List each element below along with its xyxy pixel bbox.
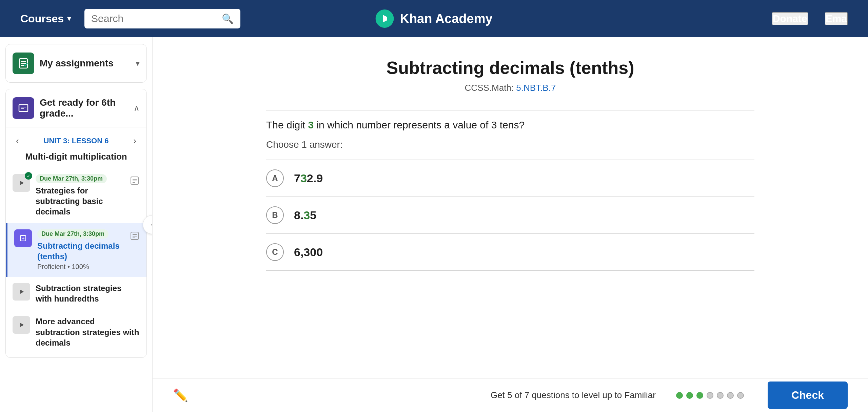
dot-7 — [737, 392, 744, 399]
pencil-icon: ✏️ — [173, 388, 188, 403]
lesson-content: Due Mar 27th, 3:30pm Strategies for subt… — [36, 174, 124, 217]
nav-right: Donate Ema — [772, 12, 848, 25]
course-header[interactable]: Get ready for 6th grade... ∧ — [6, 89, 146, 127]
my-assignments-title: My assignments — [40, 58, 130, 69]
choice-circle-c: C — [266, 243, 284, 261]
question-standard: CCSS.Math: 5.NBT.B.7 — [266, 83, 754, 93]
dot-4 — [707, 392, 713, 399]
course-title: Get ready for 6th grade... — [40, 97, 128, 119]
my-assignments-card[interactable]: My assignments ▾ — [5, 44, 147, 83]
list-item[interactable]: Due Mar 27th, 3:30pm Subtracting decimal… — [6, 223, 146, 277]
highlight-digit: 3 — [308, 119, 314, 130]
lesson-meta: Proficient • 100% — [37, 263, 124, 271]
content-area: Subtracting decimals (tenths) CCSS.Math:… — [153, 37, 868, 412]
brand-name: Khan Academy — [400, 12, 492, 26]
unit-label: UNIT 3: LESSON 6 — [28, 137, 125, 145]
check-badge: ✓ — [25, 172, 32, 180]
course-icon — [13, 97, 34, 119]
answer-choice-b[interactable]: B 8.35 — [266, 197, 754, 234]
dot-3 — [696, 392, 703, 399]
svg-marker-8 — [20, 181, 24, 185]
lesson-due-badge: Due Mar 27th, 3:30pm — [37, 229, 108, 239]
lesson-content: Subtraction strategies with hundredths — [36, 283, 140, 304]
check-button[interactable]: Check — [768, 382, 848, 409]
lesson-action-icon — [130, 229, 140, 243]
svg-rect-5 — [19, 105, 28, 111]
list-item[interactable]: ✓ Due Mar 27th, 3:30pm Strategies for su… — [6, 168, 146, 223]
lesson-content: Due Mar 27th, 3:30pm Subtracting decimal… — [37, 229, 124, 271]
question-title: Subtracting decimals (tenths) — [266, 58, 754, 78]
lesson-list: ✓ Due Mar 27th, 3:30pm Strategies for su… — [6, 168, 146, 357]
svg-marker-21 — [20, 323, 24, 327]
lesson-title: Strategies for subtracting basic decimal… — [36, 185, 124, 217]
choice-circle-a: A — [266, 169, 284, 187]
course-card: Get ready for 6th grade... ∧ ‹ UNIT 3: L… — [5, 89, 147, 358]
courses-label: Courses — [20, 13, 64, 25]
courses-chevron-icon: ▾ — [67, 14, 71, 23]
lesson-title: More advanced subtraction strategies wit… — [36, 316, 140, 348]
unit-prev-button[interactable]: ‹ — [13, 133, 22, 148]
question-text: The digit 3 in which number represents a… — [266, 117, 754, 132]
level-up-text: Get 5 of 7 questions to level up to Fami… — [491, 390, 656, 400]
svg-marker-20 — [20, 290, 24, 294]
choice-text-a: 732.9 — [294, 172, 323, 185]
lesson-exercise-icon — [14, 229, 32, 247]
choice-circle-b: B — [266, 206, 284, 224]
choice-text-c: 6,300 — [294, 246, 323, 259]
bottom-bar: ✏️ Get 5 of 7 questions to level up to F… — [153, 378, 868, 412]
lesson-title: Subtraction strategies with hundredths — [36, 283, 140, 304]
unit-nav: ‹ UNIT 3: LESSON 6 › — [6, 127, 146, 150]
search-input[interactable] — [91, 13, 217, 24]
answer-choice-a[interactable]: A 732.9 — [266, 160, 754, 197]
unit-next-button[interactable]: › — [130, 133, 140, 148]
dot-6 — [727, 392, 734, 399]
answer-choice-c[interactable]: C 6,300 — [266, 234, 754, 271]
lesson-action-icon — [130, 174, 140, 188]
course-chevron-icon: ∧ — [134, 103, 140, 113]
main-container: My assignments ▾ Get ready for 6th grade… — [0, 37, 868, 412]
my-assignments-header[interactable]: My assignments ▾ — [6, 44, 146, 82]
lesson-title: Subtracting decimals (tenths) — [37, 241, 124, 262]
list-item[interactable]: Subtraction strategies with hundredths — [6, 277, 146, 310]
lesson-due-badge: Due Mar 27th, 3:30pm — [36, 174, 107, 183]
choose-label: Choose 1 answer: — [266, 139, 754, 150]
choice-text-b: 8.35 — [294, 209, 316, 222]
courses-button[interactable]: Courses ▾ — [20, 13, 71, 25]
lesson-video-icon — [13, 316, 30, 334]
my-assignments-chevron-icon: ▾ — [136, 59, 140, 68]
assignments-icon — [13, 53, 34, 74]
donate-button[interactable]: Donate — [772, 12, 808, 25]
lesson-video-icon: ✓ — [13, 174, 30, 192]
search-icon: 🔍 — [222, 13, 234, 24]
lesson-video-icon — [13, 283, 30, 301]
dot-2 — [686, 392, 693, 399]
sidebar: My assignments ▾ Get ready for 6th grade… — [0, 37, 153, 412]
navbar: Courses ▾ 🔍 Khan Academy Donate Ema — [0, 0, 868, 37]
dot-1 — [676, 392, 683, 399]
ka-logo-icon — [375, 9, 394, 28]
list-item[interactable]: More advanced subtraction strategies wit… — [6, 310, 146, 354]
content-divider — [266, 110, 754, 110]
progress-dots — [676, 392, 744, 399]
user-menu-button[interactable]: Ema — [825, 12, 848, 25]
dot-5 — [717, 392, 724, 399]
lesson-content: More advanced subtraction strategies wit… — [36, 316, 140, 348]
nav-center: Khan Academy — [375, 9, 492, 28]
standard-link[interactable]: 5.NBT.B.7 — [516, 83, 556, 93]
search-box: 🔍 — [84, 9, 240, 28]
question-container: Subtracting decimals (tenths) CCSS.Math:… — [239, 58, 782, 271]
unit-subtitle: Multi-digit multiplication — [6, 150, 146, 168]
nav-left: Courses ▾ 🔍 — [20, 9, 240, 28]
